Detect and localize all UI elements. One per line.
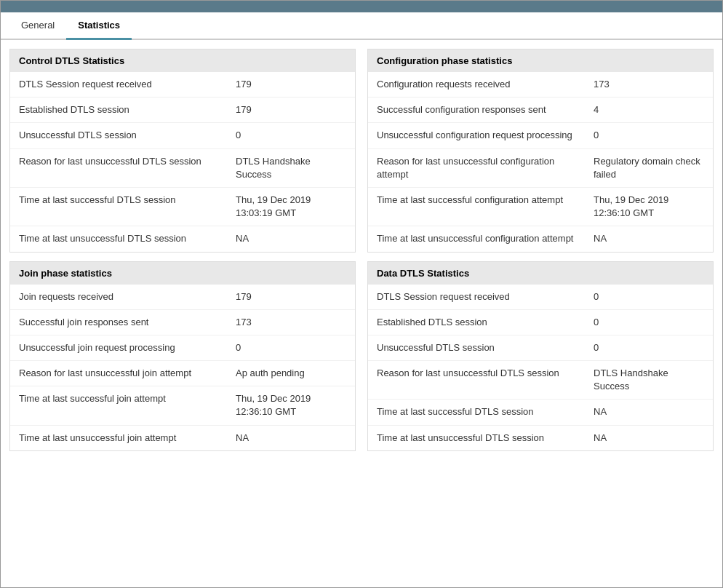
stat-row: Time at last successful DTLS sessionThu,… [10, 188, 355, 226]
stat-value: 0 [588, 290, 704, 303]
stat-value: 0 [588, 129, 704, 142]
right-column: Configuration phase statisticsConfigurat… [367, 49, 714, 460]
stat-label: Unsuccessful DTLS session [377, 341, 588, 354]
stat-value: NA [230, 432, 346, 445]
section-header-data-dtls: Data DTLS Statistics [368, 262, 713, 285]
stat-label: Time at last successful configuration at… [377, 194, 588, 207]
stat-row: Established DTLS session179 [10, 98, 355, 123]
stat-row: Time at last successful join attemptThu,… [10, 386, 355, 425]
stat-value: Regulatory domain check failed [588, 155, 704, 181]
main-content: Control DTLS StatisticsDTLS Session requ… [1, 40, 722, 469]
tab-general[interactable]: General [9, 12, 66, 40]
stat-row: Reason for last unsuccessful configurati… [368, 149, 713, 188]
stat-label: Successful configuration responses sent [377, 103, 588, 116]
stat-row: Reason for last unsuccessful DTLS sessio… [10, 149, 355, 188]
stat-label: Time at last unsuccessful DTLS session [377, 432, 588, 445]
stat-label: Unsuccessful configuration request proce… [377, 129, 588, 142]
stat-value: 0 [230, 341, 346, 354]
stat-row: Successful configuration responses sent4 [368, 98, 713, 123]
tab-bar: General Statistics [1, 12, 722, 40]
stat-value: 4 [588, 103, 704, 116]
section-config-phase: Configuration phase statisticsConfigurat… [367, 49, 714, 253]
stat-label: DTLS Session request received [377, 290, 588, 303]
stat-label: Reason for last unsuccessful DTLS sessio… [19, 155, 230, 168]
stat-row: DTLS Session request received0 [368, 285, 713, 310]
stat-value: Thu, 19 Dec 2019 13:03:19 GMT [230, 194, 346, 220]
stat-label: Time at last successful join attempt [19, 392, 230, 405]
stat-value: 179 [230, 103, 346, 116]
stat-label: Established DTLS session [19, 103, 230, 116]
stat-label: Reason for last unsuccessful configurati… [377, 155, 588, 181]
stat-row: Time at last unsuccessful DTLS sessionNA [368, 426, 713, 450]
stat-row: Time at last successful configuration at… [368, 188, 713, 226]
stat-row: Unsuccessful DTLS session0 [10, 123, 355, 148]
stat-row: Time at last unsuccessful DTLS sessionNA [10, 226, 355, 251]
stat-label: Time at last successful DTLS session [19, 194, 230, 207]
title-bar [1, 1, 722, 12]
stat-label: Reason for last unsuccessful join attemp… [19, 367, 230, 380]
left-column: Control DTLS StatisticsDTLS Session requ… [9, 49, 356, 460]
stat-value: 179 [230, 290, 346, 303]
section-data-dtls: Data DTLS StatisticsDTLS Session request… [367, 261, 714, 451]
join-statistics-window: General Statistics Control DTLS Statisti… [0, 0, 723, 588]
section-header-config-phase: Configuration phase statistics [368, 49, 713, 72]
stat-row: Join requests received179 [10, 285, 355, 310]
stat-value: NA [230, 232, 346, 245]
stat-row: Reason for last unsuccessful DTLS sessio… [368, 361, 713, 400]
stat-row: Configuration requests received173 [368, 72, 713, 98]
stat-value: NA [588, 432, 704, 445]
stat-label: Time at last unsuccessful configuration … [377, 232, 588, 245]
stat-value: Thu, 19 Dec 2019 12:36:10 GMT [588, 194, 704, 220]
stat-value: NA [588, 232, 704, 245]
stat-label: Configuration requests received [377, 78, 588, 91]
stat-value: DTLS Handshake Success [588, 367, 704, 393]
stat-label: Time at last successful DTLS session [377, 405, 588, 418]
section-header-control-dtls: Control DTLS Statistics [10, 49, 355, 72]
stat-row: DTLS Session request received179 [10, 72, 355, 98]
stat-label: Unsuccessful DTLS session [19, 129, 230, 142]
stat-label: Join requests received [19, 290, 230, 303]
stat-row: Reason for last unsuccessful join attemp… [10, 361, 355, 386]
stat-value: 173 [588, 78, 704, 91]
stat-value: DTLS Handshake Success [230, 155, 346, 181]
stat-row: Established DTLS session0 [368, 310, 713, 335]
stat-row: Time at last unsuccessful join attemptNA [10, 426, 355, 450]
stat-value: 0 [230, 129, 346, 142]
stat-row: Unsuccessful join request processing0 [10, 335, 355, 361]
stat-value: NA [588, 405, 704, 418]
stat-label: DTLS Session request received [19, 78, 230, 91]
stat-value: Ap auth pending [230, 367, 346, 380]
stat-value: 0 [588, 341, 704, 354]
tab-statistics[interactable]: Statistics [66, 12, 132, 40]
stat-label: Time at last unsuccessful join attempt [19, 432, 230, 445]
stat-row: Time at last successful DTLS sessionNA [368, 400, 713, 425]
stat-value: Thu, 19 Dec 2019 12:36:10 GMT [230, 392, 346, 418]
stat-value: 0 [588, 316, 704, 329]
stat-row: Successful join responses sent173 [10, 310, 355, 335]
section-header-join-phase: Join phase statistics [10, 262, 355, 285]
stat-label: Time at last unsuccessful DTLS session [19, 232, 230, 245]
section-control-dtls: Control DTLS StatisticsDTLS Session requ… [9, 49, 356, 253]
stat-label: Established DTLS session [377, 316, 588, 329]
section-join-phase: Join phase statisticsJoin requests recei… [9, 261, 356, 451]
stat-label: Unsuccessful join request processing [19, 341, 230, 354]
stat-label: Reason for last unsuccessful DTLS sessio… [377, 367, 588, 380]
stat-value: 179 [230, 78, 346, 91]
stat-row: Unsuccessful DTLS session0 [368, 335, 713, 361]
stat-label: Successful join responses sent [19, 316, 230, 329]
stat-row: Unsuccessful configuration request proce… [368, 123, 713, 148]
stat-row: Time at last unsuccessful configuration … [368, 226, 713, 251]
stat-value: 173 [230, 316, 346, 329]
